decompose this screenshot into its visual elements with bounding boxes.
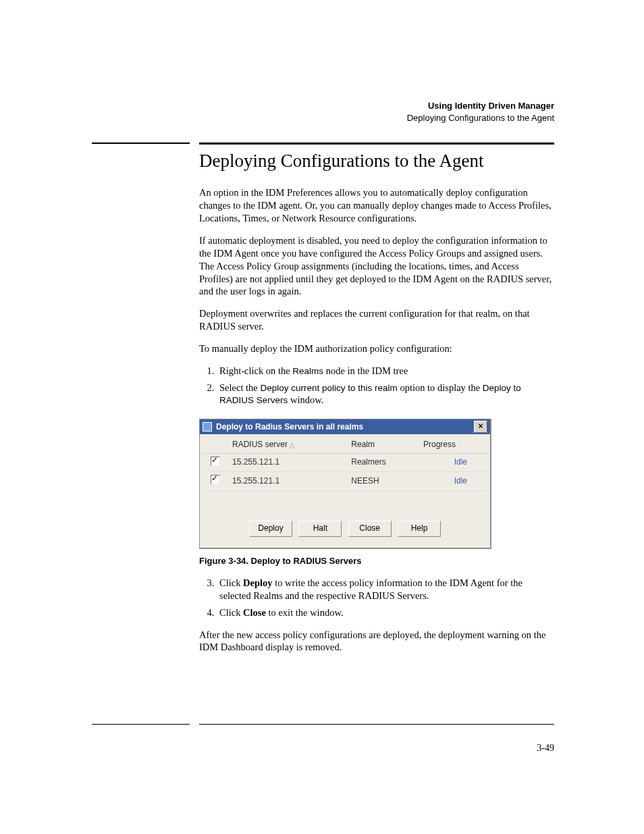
step-1-post: node in the IDM tree xyxy=(323,365,408,376)
step-1: Right-click on the Realms node in the ID… xyxy=(217,365,554,377)
paragraph-3: Deployment overwrites and replaces the c… xyxy=(199,307,554,333)
dialog-button-row: Deploy Halt Close Help xyxy=(203,514,487,545)
paragraph-2: If automatic deployment is disabled, you… xyxy=(199,234,554,298)
close-icon[interactable]: × xyxy=(474,421,487,433)
step-3: Click Deploy to write the access policy … xyxy=(217,577,554,602)
dialog-deploy-radius: Deploy to Radius Servers in all realms ×… xyxy=(199,419,491,549)
step-4-bold: Close xyxy=(243,607,266,618)
help-button[interactable]: Help xyxy=(398,521,441,537)
row-checkbox[interactable] xyxy=(211,457,220,466)
step-4: Click Close to exit the window. xyxy=(217,606,554,619)
step-2-mid: option to display the xyxy=(398,382,483,393)
rule-left xyxy=(92,142,190,144)
col-check xyxy=(203,437,228,453)
table-header-row: RADIUS server Realm Progress xyxy=(203,437,487,453)
paragraph-5: After the new access policy configuratio… xyxy=(199,629,554,654)
step-4-pre: Click xyxy=(219,607,243,618)
step-3-pre: Click xyxy=(219,577,243,588)
step-4-post: to exit the window. xyxy=(266,607,344,618)
table-row[interactable]: 15.255.121.1 NEESH Idle xyxy=(203,472,487,491)
running-header-chapter: Using Identity Driven Manager xyxy=(92,100,554,112)
app-icon xyxy=(203,422,212,432)
dialog-titlebar: Deploy to Radius Servers in all realms × xyxy=(200,419,490,434)
running-header: Using Identity Driven Manager Deploying … xyxy=(92,100,554,124)
paragraph-4: To manually deploy the IDM authorization… xyxy=(199,342,554,355)
rule-right xyxy=(199,142,554,145)
step-1-ui: Realms xyxy=(292,366,323,376)
paragraph-1: An option in the IDM Preferences allows … xyxy=(199,186,554,225)
steps-list-1: Right-click on the Realms node in the ID… xyxy=(199,365,554,407)
halt-button[interactable]: Halt xyxy=(298,521,342,537)
dialog-body: RADIUS server Realm Progress 15.255.121.… xyxy=(200,434,490,548)
dialog-title: Deploy to Radius Servers in all realms xyxy=(216,422,363,433)
col-realm[interactable]: Realm xyxy=(347,437,419,453)
cell-progress: Idle xyxy=(419,453,487,472)
cell-realm: Realmers xyxy=(347,453,419,472)
step-1-pre: Right-click on the xyxy=(219,365,292,376)
cell-server: 15.255.121.1 xyxy=(228,472,347,491)
page: Using Identity Driven Manager Deploying … xyxy=(0,0,644,834)
radius-table: RADIUS server Realm Progress 15.255.121.… xyxy=(203,437,487,514)
body-text: An option in the IDM Preferences allows … xyxy=(199,186,554,654)
steps-list-2: Click Deploy to write the access policy … xyxy=(199,577,554,619)
deploy-button[interactable]: Deploy xyxy=(249,521,292,537)
cell-realm: NEESH xyxy=(347,472,419,491)
step-2: Select the Deploy current policy to this… xyxy=(217,382,554,407)
section-rule: Deploying Configurations to the Agent xyxy=(92,142,554,172)
cell-server: 15.255.121.1 xyxy=(228,453,347,472)
step-2-post: window. xyxy=(288,394,323,405)
col-progress[interactable]: Progress xyxy=(419,437,487,453)
step-2-ui-1: Deploy current policy to this realm xyxy=(260,383,397,393)
page-number: 3-49 xyxy=(537,743,554,754)
row-checkbox[interactable] xyxy=(211,475,220,484)
footer-rule xyxy=(92,724,554,725)
step-3-bold: Deploy xyxy=(243,577,273,588)
cell-progress: Idle xyxy=(419,472,487,491)
col-radius-server[interactable]: RADIUS server xyxy=(228,437,347,453)
close-button[interactable]: Close xyxy=(348,521,392,537)
step-2-pre: Select the xyxy=(219,382,260,393)
table-row[interactable]: 15.255.121.1 Realmers Idle xyxy=(203,453,487,472)
section-title: Deploying Configurations to the Agent xyxy=(199,150,554,172)
running-header-section: Deploying Configurations to the Agent xyxy=(92,112,554,124)
figure-caption: Figure 3-34. Deploy to RADIUS Servers xyxy=(199,556,554,567)
